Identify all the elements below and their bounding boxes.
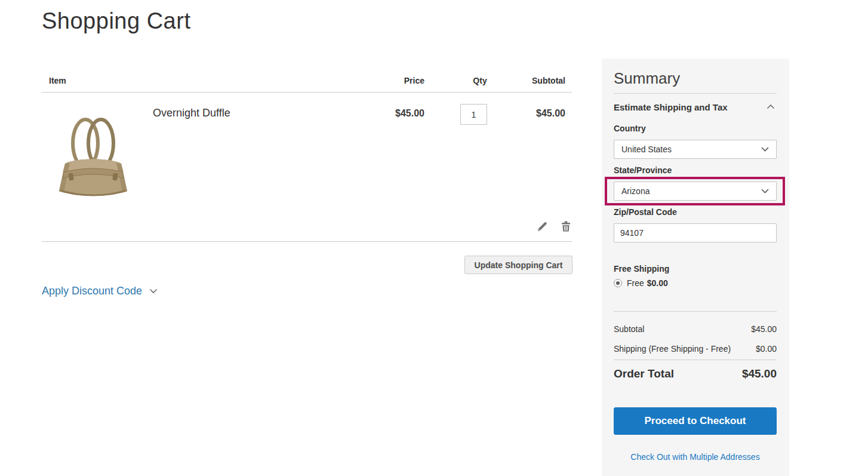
zip-input[interactable] bbox=[614, 223, 777, 242]
shipping-label: Shipping (Free Shipping - Free) bbox=[614, 344, 731, 354]
shipping-row: Shipping (Free Shipping - Free) $0.00 bbox=[614, 344, 777, 354]
free-shipping-option-label: Free bbox=[627, 278, 644, 288]
chevron-down-icon bbox=[149, 288, 158, 294]
state-select[interactable]: Arizona bbox=[614, 182, 777, 201]
chevron-up-icon[interactable] bbox=[767, 104, 775, 109]
summary-title: Summary bbox=[614, 69, 680, 88]
remove-item-button[interactable] bbox=[559, 220, 573, 234]
order-total-row: Order Total $45.00 bbox=[614, 367, 777, 380]
column-header-qty: Qty bbox=[450, 76, 510, 85]
column-header-price: Price bbox=[365, 76, 424, 85]
shipping-value: $0.00 bbox=[756, 344, 777, 354]
country-selected-value: United States bbox=[621, 145, 672, 154]
summary-divider-top bbox=[614, 93, 777, 94]
zip-label: Zip/Postal Code bbox=[614, 207, 677, 217]
estimate-shipping-heading[interactable]: Estimate Shipping and Tax bbox=[614, 102, 728, 112]
subtotal-value: $45.00 bbox=[751, 324, 777, 334]
trash-icon bbox=[559, 220, 572, 233]
order-total-label: Order Total bbox=[614, 367, 674, 380]
order-total-value: $45.00 bbox=[742, 367, 777, 380]
table-bottom-divider bbox=[42, 241, 572, 242]
item-subtotal: $45.00 bbox=[506, 108, 565, 119]
country-select[interactable]: United States bbox=[614, 140, 777, 159]
subtotal-label: Subtotal bbox=[614, 324, 644, 334]
chevron-down-icon bbox=[761, 147, 769, 152]
column-header-item: Item bbox=[49, 76, 66, 85]
shipping-method-option[interactable]: Free $0.00 bbox=[614, 278, 668, 288]
chevron-down-icon bbox=[761, 189, 769, 194]
summary-divider-middle bbox=[614, 311, 777, 312]
qty-input[interactable] bbox=[460, 104, 487, 125]
update-shopping-cart-button[interactable]: Update Shopping Cart bbox=[464, 256, 572, 274]
pencil-icon bbox=[535, 220, 549, 234]
subtotal-row: Subtotal $45.00 bbox=[614, 324, 777, 334]
free-shipping-heading: Free Shipping bbox=[614, 264, 669, 274]
free-shipping-radio[interactable] bbox=[614, 279, 622, 287]
free-shipping-option-price: $0.00 bbox=[647, 278, 668, 288]
column-header-subtotal: Subtotal bbox=[506, 76, 565, 85]
item-price: $45.00 bbox=[365, 108, 424, 119]
state-label: State/Province bbox=[614, 165, 672, 175]
page-title: Shopping Cart bbox=[42, 8, 190, 34]
state-selected-value: Arizona bbox=[621, 186, 650, 196]
product-name[interactable]: Overnight Duffle bbox=[153, 107, 230, 119]
summary-divider-bottom bbox=[614, 360, 777, 360]
country-label: Country bbox=[614, 124, 646, 133]
edit-item-button[interactable] bbox=[535, 220, 549, 235]
apply-discount-code-toggle[interactable]: Apply Discount Code bbox=[42, 285, 158, 297]
table-header-divider bbox=[42, 92, 572, 93]
multi-address-checkout-link[interactable]: Check Out with Multiple Addresses bbox=[614, 452, 777, 462]
product-image[interactable] bbox=[57, 115, 130, 198]
duffle-bag-image bbox=[57, 115, 130, 198]
shopping-cart-page: Shopping Cart Item Price Qty Subtotal Ov… bbox=[0, 0, 868, 476]
proceed-to-checkout-button[interactable]: Proceed to Checkout bbox=[614, 407, 777, 435]
apply-discount-code-label: Apply Discount Code bbox=[42, 285, 142, 297]
